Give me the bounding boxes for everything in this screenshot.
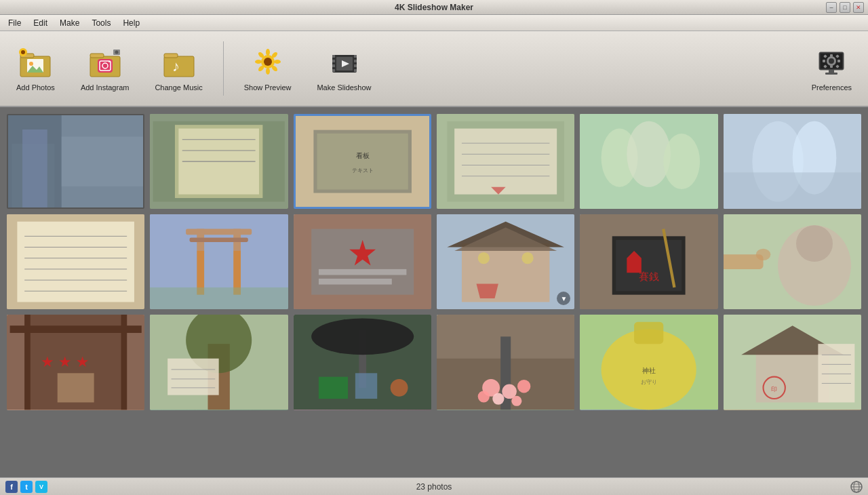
svg-text:賽銭: 賽銭 [639, 271, 659, 282]
svg-point-26 [255, 60, 262, 64]
title-bar: 4K Slideshow Maker – □ ✕ [0, 0, 868, 15]
facebook-icon[interactable]: f [5, 481, 18, 493]
svg-rect-106 [319, 279, 392, 285]
svg-rect-43 [830, 54, 833, 57]
svg-marker-113 [477, 284, 498, 299]
svg-rect-100 [150, 214, 288, 251]
close-button[interactable]: ✕ [853, 2, 864, 13]
photo-thumb[interactable] [724, 114, 861, 209]
svg-rect-158 [634, 322, 663, 344]
preferences-icon [814, 45, 849, 81]
photo-thumb[interactable] [150, 315, 288, 410]
show-preview-button[interactable]: Show Preview [235, 41, 301, 96]
preferences-button[interactable]: Preferences [802, 41, 861, 96]
menu-make[interactable]: Make [54, 17, 85, 29]
svg-rect-52 [825, 73, 837, 75]
svg-point-24 [266, 68, 270, 75]
menu-bar: File Edit Make Tools Help [0, 15, 868, 31]
svg-point-42 [829, 58, 834, 64]
svg-point-155 [478, 391, 490, 403]
vimeo-icon[interactable]: V [35, 481, 47, 493]
svg-rect-44 [830, 65, 833, 68]
svg-text:印: 印 [771, 387, 777, 393]
add-instagram-icon [87, 45, 123, 81]
photo-thumb[interactable] [437, 315, 574, 410]
svg-rect-101 [150, 288, 288, 309]
photo-thumb[interactable] [150, 214, 288, 309]
maximize-button[interactable]: □ [840, 2, 850, 13]
svg-rect-105 [319, 269, 406, 275]
svg-text:テキスト: テキスト [351, 167, 373, 174]
svg-point-6 [21, 50, 25, 54]
svg-point-20 [266, 49, 270, 56]
add-photos-button[interactable]: Add Photos [7, 41, 64, 96]
svg-point-124 [755, 249, 770, 260]
svg-point-122 [796, 225, 833, 262]
photo-thumb[interactable]: 印 [724, 315, 861, 410]
preferences-label: Preferences [812, 83, 852, 92]
status-bar: f t V 23 photos [0, 477, 868, 495]
svg-point-154 [511, 396, 521, 406]
photo-thumb[interactable] [437, 114, 574, 209]
svg-text:看板: 看板 [355, 152, 369, 159]
photo-thumb[interactable] [150, 114, 288, 209]
svg-rect-144 [319, 377, 348, 399]
menu-help[interactable]: Help [117, 17, 145, 29]
photo-thumb[interactable]: ▼ [437, 214, 574, 309]
svg-text:神社: 神社 [642, 368, 656, 375]
show-preview-label: Show Preview [244, 83, 292, 92]
svg-rect-55 [62, 136, 144, 186]
photo-grid: 看板 テキスト [7, 114, 861, 410]
svg-rect-129 [10, 326, 142, 334]
photo-thumb[interactable] [7, 315, 144, 410]
svg-point-14 [115, 51, 118, 54]
svg-point-153 [492, 393, 504, 405]
add-instagram-button[interactable]: Add Instagram [71, 41, 139, 96]
social-icons: f t V [5, 481, 47, 493]
svg-rect-45 [823, 60, 825, 62]
svg-rect-46 [837, 60, 840, 62]
svg-rect-108 [462, 243, 549, 302]
globe-icon[interactable] [850, 481, 863, 493]
status-text: 23 photos [416, 482, 452, 492]
photo-thumb[interactable] [7, 214, 144, 309]
photo-thumb[interactable] [294, 214, 431, 309]
svg-rect-88 [17, 222, 134, 302]
svg-rect-145 [355, 374, 377, 399]
svg-rect-86 [724, 172, 861, 209]
svg-rect-35 [354, 64, 357, 67]
svg-rect-57 [22, 130, 47, 207]
svg-rect-29 [332, 55, 335, 58]
svg-rect-82 [580, 114, 717, 209]
svg-point-22 [274, 60, 281, 64]
svg-point-112 [521, 252, 533, 264]
photo-area[interactable]: 看板 テキスト [0, 107, 868, 477]
svg-rect-34 [354, 60, 357, 62]
svg-rect-116 [616, 240, 682, 292]
svg-text:♪: ♪ [172, 58, 180, 75]
svg-point-143 [311, 319, 414, 355]
menu-edit[interactable]: Edit [28, 17, 53, 29]
photo-thumb[interactable] [7, 114, 144, 209]
photo-thumb[interactable] [580, 114, 717, 209]
make-slideshow-button[interactable]: Make Slideshow [307, 41, 380, 96]
photo-thumb[interactable]: 賽銭 [580, 214, 717, 309]
twitter-icon[interactable]: t [20, 481, 33, 493]
menu-tools[interactable]: Tools [86, 17, 116, 29]
svg-rect-164 [818, 344, 854, 403]
menu-file[interactable]: File [3, 17, 26, 29]
change-music-icon: ♪ [161, 45, 197, 81]
photo-thumb[interactable]: 看板 テキスト [294, 114, 431, 209]
svg-rect-36 [354, 69, 357, 72]
photo-thumb[interactable] [294, 315, 431, 410]
svg-point-12 [108, 61, 110, 62]
change-music-button[interactable]: ♪ Change Music [145, 41, 212, 96]
svg-rect-30 [332, 60, 335, 62]
svg-rect-133 [58, 374, 94, 403]
add-instagram-label: Add Instagram [81, 83, 130, 92]
svg-rect-51 [829, 70, 834, 73]
photo-thumb[interactable] [724, 214, 861, 309]
minimize-button[interactable]: – [826, 2, 837, 13]
photo-thumb[interactable]: 神社 お守り [580, 315, 717, 410]
toolbar: Add Photos Add Instagram [0, 31, 868, 107]
